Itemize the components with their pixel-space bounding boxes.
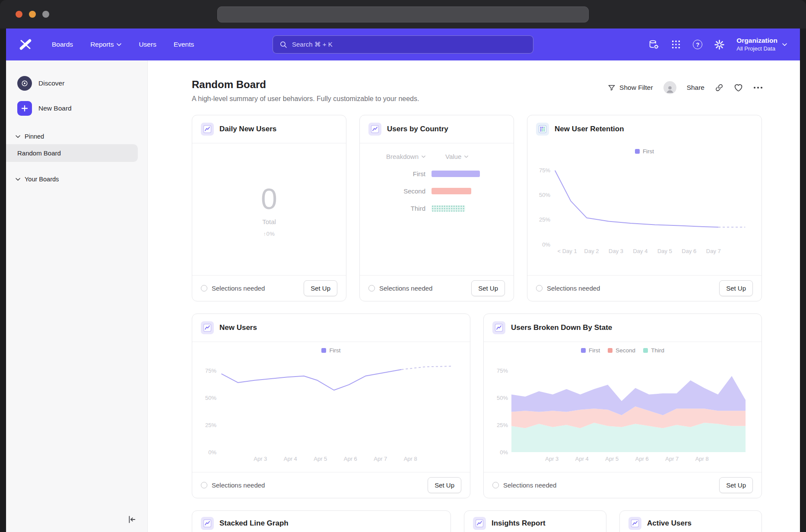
state-chart-body: FirstSecondThird 75%50%25%0%Apr 3Apr 4Ap… [484,342,762,472]
svg-text:50%: 50% [496,395,508,401]
minimize-window-button[interactable] [29,11,36,18]
window-chrome [0,0,806,28]
nav-item-reports[interactable]: Reports [90,41,121,48]
svg-text:Apr 6: Apr 6 [343,456,357,462]
address-bar[interactable] [217,6,589,22]
country-row: First [370,170,503,177]
nav-item-events[interactable]: Events [174,41,194,48]
nav-item-label: Events [174,41,194,48]
workspace: Discover New Board Pinned Random Board Y… [6,60,800,532]
sidebar-section-your-boards[interactable]: Your Boards [6,171,147,185]
set-up-button[interactable]: Set Up [428,477,461,493]
svg-text:50%: 50% [205,395,216,401]
card-header: New User Retention [527,115,762,143]
nav-item-label: Users [139,41,156,48]
maximize-window-button[interactable] [42,11,49,18]
new-users-chart-body: First 75%50%25%0%Apr 3Apr 4Apr 5Apr 6Apr… [192,342,470,472]
svg-text:50%: 50% [539,192,550,198]
card-insights-report: Insights Report [464,510,606,532]
status-label: Selections needed [503,481,556,489]
status-label: Selections needed [212,481,265,489]
org-texts: Organization All Project Data [736,36,777,52]
set-up-button[interactable]: Set Up [719,280,753,296]
card-header: Stacked Line Graph [192,511,451,532]
set-up-button[interactable]: Set Up [719,477,753,493]
svg-text:Apr 4: Apr 4 [575,456,588,462]
card-title: Active Users [647,519,692,528]
svg-text:Apr 4: Apr 4 [283,456,297,462]
traffic-lights [16,11,49,18]
card-new-users: New Users First 75%50%25%0%Apr 3Apr 4Apr… [192,314,470,498]
discover-icon [17,76,32,91]
share-button[interactable]: Share [687,84,704,92]
svg-text:25%: 25% [496,422,508,428]
sidebar-section-pinned[interactable]: Pinned [6,129,147,142]
state-chart: 75%50%25%0%Apr 3Apr 4Apr 5Apr 6Apr 7Apr … [493,356,752,464]
card-title: Users by Country [387,125,448,133]
status-circle-icon [201,285,207,291]
card-title: Insights Report [492,519,546,528]
top-nav: Boards Reports Users Events Search ⌘ + K [6,28,800,60]
svg-text:Apr 3: Apr 3 [254,456,267,462]
legend-item: Second [608,347,635,354]
sidebar-item-discover[interactable]: Discover [6,73,147,94]
retention-chart-body: First 75%50%25%0%< Day 1Day 2Day 3Day 4D… [527,143,762,275]
avatar[interactable] [663,81,676,94]
svg-text:Day 5: Day 5 [657,248,672,254]
chevron-down-icon [782,43,787,46]
favorite-button[interactable] [734,83,743,92]
more-options-button[interactable] [753,86,763,89]
copy-link-button[interactable] [715,83,723,92]
set-up-button[interactable]: Set Up [304,280,337,296]
nav-item-label: Boards [52,41,73,48]
search-input[interactable]: Search ⌘ + K [273,35,533,54]
data-management-icon[interactable] [648,39,659,50]
settings-gear-icon[interactable] [714,40,724,50]
value-label: Value [445,153,461,160]
card-header: Insights Report [464,511,606,532]
svg-text:Day 6: Day 6 [682,248,696,254]
mixpanel-logo-icon[interactable] [19,38,32,51]
card-title: New User Retention [555,125,624,133]
value-dropdown[interactable]: Value [445,153,468,160]
card-header: Users Broken Down By State [484,314,762,342]
nav-item-boards[interactable]: Boards [52,41,73,48]
show-filter-button[interactable]: Show Filter [608,84,653,92]
svg-text:Apr 5: Apr 5 [314,456,327,462]
board-header: Random Board A high-level summary of use… [192,79,763,103]
board-actions: Show Filter Share [608,81,763,94]
nav-item-users[interactable]: Users [139,41,156,48]
line-chart-icon [201,123,214,136]
svg-text:0%: 0% [208,449,216,456]
status-label: Selections needed [212,285,265,292]
page-subtitle: A high-level summary of user behaviors. … [192,95,419,103]
retention-grid-icon [536,123,549,136]
svg-text:0%: 0% [500,449,508,456]
svg-text:75%: 75% [496,367,508,374]
country-row-label: First [370,170,425,177]
line-chart-icon [201,321,214,334]
sidebar-item-random-board[interactable]: Random Board [6,144,138,162]
country-row-label: Third [370,205,425,212]
close-window-button[interactable] [16,11,22,18]
help-icon[interactable]: ? [693,40,702,49]
country-row-bar [432,171,480,177]
set-up-button[interactable]: Set Up [471,280,505,296]
svg-text:75%: 75% [539,167,550,174]
card-title: Stacked Line Graph [219,519,289,528]
apps-grid-icon[interactable] [671,40,681,49]
sidebar-item-new-board[interactable]: New Board [6,98,147,119]
org-switcher[interactable]: Organization All Project Data [736,36,787,52]
card-daily-new-users: Daily New Users 0 Total ↑0% Selections n… [192,115,346,301]
legend-label: First [589,347,600,354]
primary-nav: Boards Reports Users Events [52,41,194,48]
collapse-sidebar-button[interactable] [127,515,136,524]
line-chart-icon [368,123,381,136]
status-badge: Selections needed [201,285,265,292]
retention-chart: 75%50%25%0%< Day 1Day 2Day 3Day 4Day 5Da… [536,157,753,256]
legend-swatch [608,348,612,353]
legend-label: First [329,347,340,354]
metric-body: 0 Total ↑0% [192,143,346,275]
breakdown-dropdown[interactable]: Breakdown [370,153,425,160]
chevron-down-icon [464,155,468,158]
